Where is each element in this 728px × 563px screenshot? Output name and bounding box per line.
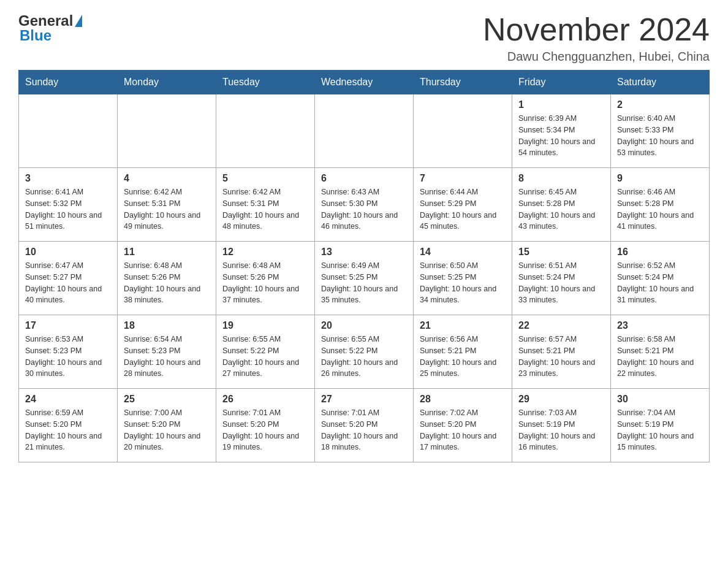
- day-info: Sunrise: 6:44 AMSunset: 5:29 PMDaylight:…: [420, 186, 506, 232]
- logo-blue-text: Blue: [20, 27, 51, 44]
- day-info: Sunrise: 6:58 AMSunset: 5:21 PMDaylight:…: [617, 334, 703, 380]
- calendar-cell: 29Sunrise: 7:03 AMSunset: 5:19 PMDayligh…: [512, 389, 611, 462]
- calendar-cell: 21Sunrise: 6:56 AMSunset: 5:21 PMDayligh…: [414, 315, 512, 389]
- page-header: General Blue November 2024 Dawu Chenggua…: [18, 12, 710, 64]
- day-number: 7: [420, 173, 506, 184]
- calendar-cell: [216, 94, 315, 168]
- calendar-cell: 15Sunrise: 6:51 AMSunset: 5:24 PMDayligh…: [512, 242, 611, 315]
- day-number: 5: [222, 173, 308, 184]
- day-number: 19: [222, 320, 308, 331]
- day-number: 29: [518, 394, 604, 405]
- day-number: 6: [321, 173, 407, 184]
- day-info: Sunrise: 6:52 AMSunset: 5:24 PMDaylight:…: [617, 260, 703, 306]
- day-number: 9: [617, 173, 703, 184]
- calendar-cell: 12Sunrise: 6:48 AMSunset: 5:26 PMDayligh…: [216, 242, 315, 315]
- calendar-week-row: 1Sunrise: 6:39 AMSunset: 5:34 PMDaylight…: [19, 94, 710, 168]
- calendar-cell: 17Sunrise: 6:53 AMSunset: 5:23 PMDayligh…: [19, 315, 118, 389]
- day-info: Sunrise: 6:51 AMSunset: 5:24 PMDaylight:…: [518, 260, 604, 306]
- calendar-cell: 7Sunrise: 6:44 AMSunset: 5:29 PMDaylight…: [414, 168, 512, 242]
- day-info: Sunrise: 6:40 AMSunset: 5:33 PMDaylight:…: [617, 113, 703, 159]
- day-info: Sunrise: 6:57 AMSunset: 5:21 PMDaylight:…: [518, 334, 604, 380]
- day-info: Sunrise: 6:48 AMSunset: 5:26 PMDaylight:…: [222, 260, 308, 306]
- weekday-header-tuesday: Tuesday: [216, 71, 315, 94]
- day-number: 21: [420, 320, 506, 331]
- day-info: Sunrise: 6:46 AMSunset: 5:28 PMDaylight:…: [617, 186, 703, 232]
- day-info: Sunrise: 6:55 AMSunset: 5:22 PMDaylight:…: [222, 334, 308, 380]
- day-number: 10: [25, 247, 111, 258]
- day-number: 2: [617, 99, 703, 110]
- day-number: 26: [222, 394, 308, 405]
- calendar-cell: 6Sunrise: 6:43 AMSunset: 5:30 PMDaylight…: [315, 168, 414, 242]
- day-info: Sunrise: 6:42 AMSunset: 5:31 PMDaylight:…: [222, 186, 308, 232]
- weekday-header-sunday: Sunday: [19, 71, 118, 94]
- day-number: 23: [617, 320, 703, 331]
- day-number: 16: [617, 247, 703, 258]
- weekday-header-wednesday: Wednesday: [315, 71, 414, 94]
- day-info: Sunrise: 6:42 AMSunset: 5:31 PMDaylight:…: [124, 186, 210, 232]
- calendar-cell: [118, 94, 216, 168]
- logo: General Blue: [18, 12, 82, 44]
- day-number: 25: [124, 394, 210, 405]
- calendar-cell: 5Sunrise: 6:42 AMSunset: 5:31 PMDaylight…: [216, 168, 315, 242]
- calendar-week-row: 10Sunrise: 6:47 AMSunset: 5:27 PMDayligh…: [19, 242, 710, 315]
- calendar-cell: 28Sunrise: 7:02 AMSunset: 5:20 PMDayligh…: [414, 389, 512, 462]
- calendar-cell: 30Sunrise: 7:04 AMSunset: 5:19 PMDayligh…: [611, 389, 710, 462]
- day-number: 12: [222, 247, 308, 258]
- day-number: 28: [420, 394, 506, 405]
- calendar-cell: 27Sunrise: 7:01 AMSunset: 5:20 PMDayligh…: [315, 389, 414, 462]
- day-info: Sunrise: 6:41 AMSunset: 5:32 PMDaylight:…: [25, 186, 111, 232]
- calendar-cell: 10Sunrise: 6:47 AMSunset: 5:27 PMDayligh…: [19, 242, 118, 315]
- day-number: 15: [518, 247, 604, 258]
- calendar-cell: 26Sunrise: 7:01 AMSunset: 5:20 PMDayligh…: [216, 389, 315, 462]
- calendar-week-row: 24Sunrise: 6:59 AMSunset: 5:20 PMDayligh…: [19, 389, 710, 462]
- calendar-cell: 11Sunrise: 6:48 AMSunset: 5:26 PMDayligh…: [118, 242, 216, 315]
- day-number: 30: [617, 394, 703, 405]
- title-area: November 2024 Dawu Chengguanzhen, Hubei,…: [483, 12, 710, 64]
- day-info: Sunrise: 7:03 AMSunset: 5:19 PMDaylight:…: [518, 407, 604, 453]
- calendar-cell: 1Sunrise: 6:39 AMSunset: 5:34 PMDaylight…: [512, 94, 611, 168]
- location-subtitle: Dawu Chengguanzhen, Hubei, China: [483, 50, 710, 64]
- day-info: Sunrise: 7:02 AMSunset: 5:20 PMDaylight:…: [420, 407, 506, 453]
- calendar-cell: 13Sunrise: 6:49 AMSunset: 5:25 PMDayligh…: [315, 242, 414, 315]
- day-info: Sunrise: 6:48 AMSunset: 5:26 PMDaylight:…: [124, 260, 210, 306]
- day-info: Sunrise: 6:50 AMSunset: 5:25 PMDaylight:…: [420, 260, 506, 306]
- calendar-cell: [414, 94, 512, 168]
- logo-arrow-icon: [75, 15, 82, 27]
- calendar-cell: 14Sunrise: 6:50 AMSunset: 5:25 PMDayligh…: [414, 242, 512, 315]
- calendar-cell: [315, 94, 414, 168]
- day-number: 24: [25, 394, 111, 405]
- calendar-cell: 4Sunrise: 6:42 AMSunset: 5:31 PMDaylight…: [118, 168, 216, 242]
- day-number: 4: [124, 173, 210, 184]
- calendar-cell: 22Sunrise: 6:57 AMSunset: 5:21 PMDayligh…: [512, 315, 611, 389]
- month-year-title: November 2024: [483, 12, 710, 47]
- calendar-cell: 8Sunrise: 6:45 AMSunset: 5:28 PMDaylight…: [512, 168, 611, 242]
- calendar-cell: 9Sunrise: 6:46 AMSunset: 5:28 PMDaylight…: [611, 168, 710, 242]
- day-info: Sunrise: 6:55 AMSunset: 5:22 PMDaylight:…: [321, 334, 407, 380]
- day-info: Sunrise: 6:45 AMSunset: 5:28 PMDaylight:…: [518, 186, 604, 232]
- calendar-cell: 2Sunrise: 6:40 AMSunset: 5:33 PMDaylight…: [611, 94, 710, 168]
- day-number: 27: [321, 394, 407, 405]
- calendar-cell: 19Sunrise: 6:55 AMSunset: 5:22 PMDayligh…: [216, 315, 315, 389]
- day-number: 22: [518, 320, 604, 331]
- day-number: 1: [518, 99, 604, 110]
- calendar-cell: [19, 94, 118, 168]
- day-number: 8: [518, 173, 604, 184]
- day-number: 3: [25, 173, 111, 184]
- day-number: 18: [124, 320, 210, 331]
- calendar-cell: 16Sunrise: 6:52 AMSunset: 5:24 PMDayligh…: [611, 242, 710, 315]
- day-number: 20: [321, 320, 407, 331]
- day-info: Sunrise: 7:01 AMSunset: 5:20 PMDaylight:…: [222, 407, 308, 453]
- weekday-header-thursday: Thursday: [414, 71, 512, 94]
- calendar-week-row: 3Sunrise: 6:41 AMSunset: 5:32 PMDaylight…: [19, 168, 710, 242]
- day-number: 11: [124, 247, 210, 258]
- calendar-table: SundayMondayTuesdayWednesdayThursdayFrid…: [18, 70, 710, 462]
- calendar-cell: 3Sunrise: 6:41 AMSunset: 5:32 PMDaylight…: [19, 168, 118, 242]
- calendar-week-row: 17Sunrise: 6:53 AMSunset: 5:23 PMDayligh…: [19, 315, 710, 389]
- day-number: 14: [420, 247, 506, 258]
- day-info: Sunrise: 7:01 AMSunset: 5:20 PMDaylight:…: [321, 407, 407, 453]
- day-info: Sunrise: 7:04 AMSunset: 5:19 PMDaylight:…: [617, 407, 703, 453]
- weekday-header-monday: Monday: [118, 71, 216, 94]
- calendar-cell: 24Sunrise: 6:59 AMSunset: 5:20 PMDayligh…: [19, 389, 118, 462]
- weekday-header-friday: Friday: [512, 71, 611, 94]
- calendar-cell: 20Sunrise: 6:55 AMSunset: 5:22 PMDayligh…: [315, 315, 414, 389]
